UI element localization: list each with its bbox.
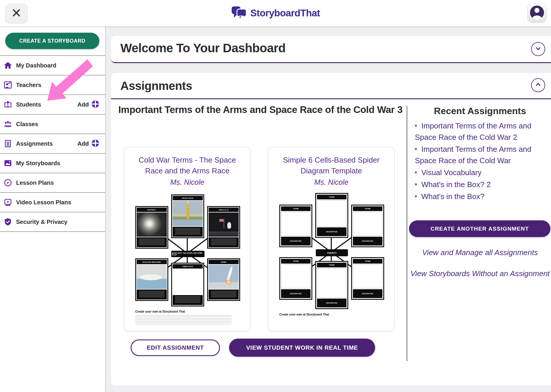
recent-assignment-link[interactable]: What's in the Box? xyxy=(415,191,551,202)
template-center-node: SUBJECT xyxy=(316,249,348,256)
attribution-text-lines xyxy=(135,315,232,325)
view-storyboards-without-assignment-link[interactable]: View Storyboards Without an Assignment xyxy=(409,268,551,279)
storyboard-card-cold-war[interactable]: Cold War Terms - The Space Race and the … xyxy=(124,147,250,331)
assignments-panel: Assignments Important Terms of the Arms … xyxy=(111,73,551,386)
account-button[interactable] xyxy=(528,3,546,22)
assignment-title: Important Terms of the Arms and Space Ra… xyxy=(118,103,410,116)
bullet-icon xyxy=(415,148,417,150)
bullet-icon xyxy=(415,171,417,173)
bullet-icon xyxy=(415,183,417,185)
map-cell-icbms: ICBMS xyxy=(207,258,240,301)
storyboard-card-spider-template[interactable]: Simple 6 Cells-Based Spider Diagram Temp… xyxy=(268,147,394,331)
picture-icon xyxy=(3,158,13,168)
bullet-icon xyxy=(415,125,417,127)
map-center-node: WORD MAP: THE SPACE AND ARMS RACE xyxy=(171,251,205,257)
welcome-panel: Welcome To Your Dashboard xyxy=(111,36,551,63)
teacher-icon xyxy=(3,80,13,90)
recent-assignment-link[interactable]: Important Terms of the Arms and Space Ra… xyxy=(415,144,551,166)
create-another-assignment-button[interactable]: CREATE ANOTHER ASSIGNMENT xyxy=(409,220,550,237)
recent-assignment-link[interactable]: Important Terms of the Arms and Space Ra… xyxy=(415,120,551,143)
chevron-down-icon xyxy=(535,45,542,53)
vertical-divider xyxy=(407,106,407,361)
logo-text: StoryboardThat xyxy=(250,8,320,19)
template-cell: TERMDESCRIPTION xyxy=(279,257,312,300)
storyboard-author: Ms. Nicole xyxy=(124,178,250,187)
view-manage-assignments-link[interactable]: View and Manage all Assignments xyxy=(409,248,551,257)
bullet-icon xyxy=(415,195,417,197)
map-cell-nuclear: NUCLEAR WEAPONS xyxy=(135,258,168,301)
sidebar-item-assignments[interactable]: Assignments Add xyxy=(0,134,105,153)
template-cell: TERMDESCRIPTION xyxy=(351,205,384,247)
assignments-icon xyxy=(3,139,13,149)
compass-icon xyxy=(3,178,13,188)
page-title: Welcome To Your Dashboard xyxy=(120,41,286,55)
recent-assignments-list: Important Terms of the Arms and Space Ra… xyxy=(415,120,551,203)
sidebar-item-students[interactable]: Students Add xyxy=(0,95,105,114)
recent-assignments-title: Recent Assignments xyxy=(409,106,551,116)
storyboardthat-logo[interactable]: StoryboardThat xyxy=(0,0,551,26)
template-cell: TERMDESCRIPTION xyxy=(315,261,348,309)
shield-check-icon xyxy=(3,217,13,227)
sidebar-item-lesson-plans[interactable]: Lesson Plans xyxy=(0,173,105,192)
classes-icon xyxy=(3,119,13,129)
sidebar-item-security-privacy[interactable]: Security & Privacy xyxy=(0,212,105,232)
collapse-welcome-button[interactable] xyxy=(531,42,545,56)
map-cell-apollo: APOLLO 11 xyxy=(207,206,240,249)
sidebar-item-video-lesson-plans[interactable]: Video Lesson Plans xyxy=(0,192,105,212)
collapse-assignments-button[interactable] xyxy=(531,78,545,92)
sidebar-item-my-dashboard[interactable]: My Dashboard xyxy=(0,55,105,75)
view-student-work-button[interactable]: VIEW STUDENT WORK IN REAL TIME xyxy=(229,339,375,357)
storyboard-author: Ms. Nicole xyxy=(268,178,394,187)
spider-map-preview: SPUTNIK I SPACE RACE APOLLO 11 WORD MAP:… xyxy=(124,191,250,330)
create-your-own-text: Create your own at Storyboard That xyxy=(279,313,329,316)
student-icon xyxy=(3,100,13,109)
sidebar-item-my-storyboards[interactable]: My Storyboards xyxy=(0,153,105,173)
avatar-icon xyxy=(530,6,544,20)
storyboard-title: Simple 6 Cells-Based Spider Diagram Temp… xyxy=(277,155,385,176)
speech-bubbles-icon xyxy=(231,6,247,20)
recent-assignment-link[interactable]: What's in the Box? 2 xyxy=(415,179,551,190)
sidebar-item-teachers[interactable]: Teachers xyxy=(0,75,105,95)
storyboardthat-dashboard: StoryboardThat CREATE A STORYBOARD My Da… xyxy=(0,0,551,392)
home-icon xyxy=(3,60,13,70)
create-storyboard-button[interactable]: CREATE A STORYBOARD xyxy=(5,33,99,49)
add-students-button[interactable]: Add xyxy=(77,100,99,109)
top-bar: StoryboardThat xyxy=(0,0,551,27)
template-cell: TERMDESCRIPTION xyxy=(279,205,312,247)
template-cell: TERMDESCRIPTION xyxy=(351,257,384,300)
add-plus-icon xyxy=(91,100,99,109)
sidebar-item-classes[interactable]: Classes xyxy=(0,114,105,134)
add-assignment-button[interactable]: Add xyxy=(77,139,99,148)
map-cell-space-race: SPACE RACE xyxy=(171,194,204,238)
map-cell-arms-race: ARMS RACE xyxy=(171,263,204,306)
spider-template-preview: TERMDESCRIPTION TERMDESCRIPTION TERMDESC… xyxy=(268,191,394,330)
map-cell-sputnik: SPUTNIK I xyxy=(135,206,168,249)
edit-assignment-button[interactable]: EDIT ASSIGNMENT xyxy=(131,339,220,356)
storyboard-title: Cold War Terms - The Space Race and the … xyxy=(133,155,241,176)
recent-assignment-link[interactable]: Visual Vocabulary xyxy=(415,167,551,178)
template-cell: TERMDESCRIPTION xyxy=(315,193,348,238)
add-plus-icon xyxy=(91,139,99,148)
divider xyxy=(111,98,551,99)
create-your-own-text: Create your own at Storyboard That xyxy=(135,310,185,313)
video-play-icon xyxy=(3,197,13,207)
assignments-section-title: Assignments xyxy=(120,79,192,93)
chevron-up-icon xyxy=(535,81,542,89)
sidebar: CREATE A STORYBOARD My Dashboard xyxy=(0,26,106,392)
sidebar-menu: My Dashboard Teachers xyxy=(0,55,105,232)
